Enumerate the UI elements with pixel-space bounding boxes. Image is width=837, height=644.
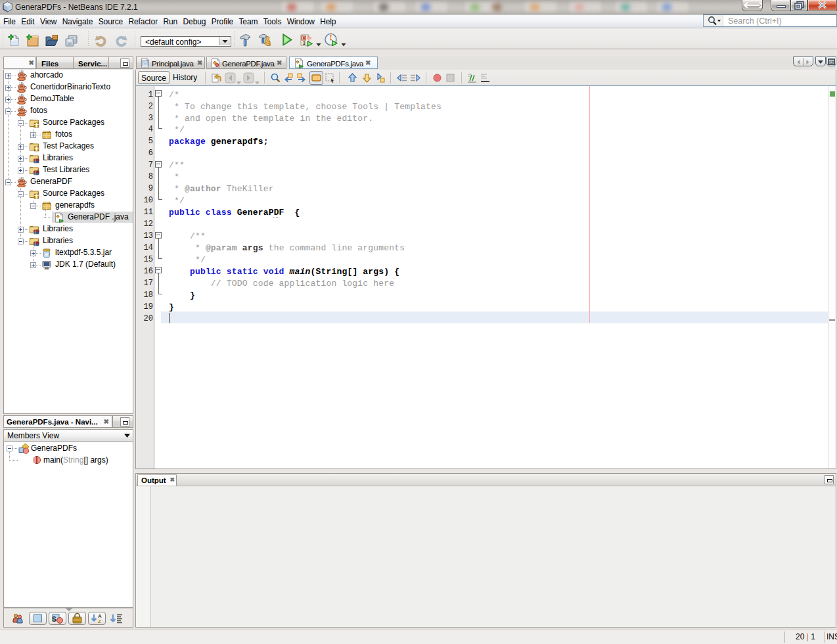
svg-text:S: S xyxy=(52,616,57,623)
svg-text:3: 3 xyxy=(303,40,305,46)
svg-text:Z: Z xyxy=(98,618,101,624)
